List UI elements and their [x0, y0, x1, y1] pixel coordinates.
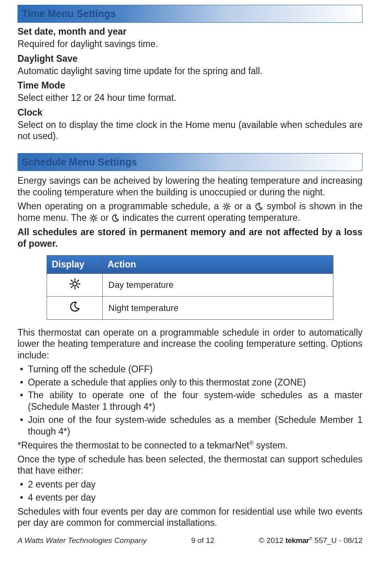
text-fragment: indicates the current operating temperat… — [120, 212, 300, 223]
once-text: Once the type of schedule has been selec… — [18, 454, 362, 477]
text-daylight: Automatic daylight saving time update fo… — [18, 65, 362, 77]
text-fragment: 557_U - 08/12 — [312, 536, 362, 545]
footer-company: A Watts Water Technologies Company — [18, 536, 147, 545]
sun-icon — [69, 278, 81, 290]
text-fragment: When operating on a programmable schedul… — [18, 201, 222, 211]
brand-name: tekmar — [286, 536, 309, 545]
cell-day-temp: Day temperature — [103, 273, 333, 297]
cell-night-temp: Night temperature — [103, 297, 333, 320]
events-list: 2 events per day 4 events per day — [18, 479, 362, 503]
text-fragment: system. — [254, 440, 288, 450]
page-footer: A Watts Water Technologies Company 9 of … — [18, 536, 362, 545]
table-header-action: Action — [103, 255, 333, 273]
footer-copyright: © 2012 tekmar® 557_U - 08/12 — [259, 536, 362, 545]
last-paragraph: Schedules with four events per day are c… — [18, 506, 362, 529]
list-item: The ability to operate one of the four s… — [18, 389, 362, 413]
text-fragment: or — [98, 212, 111, 223]
list-item: 4 events per day — [18, 492, 362, 503]
text-fragment: *Requires the thermostat to be connected… — [18, 440, 249, 450]
text-time-mode: Select either 12 or 24 hour time format. — [18, 92, 362, 104]
cell-sun-icon — [47, 273, 103, 297]
section-title: Schedule Menu Settings — [22, 156, 137, 167]
list-item: 2 events per day — [18, 479, 362, 490]
section-header-schedule: Schedule Menu Settings — [18, 153, 362, 171]
sun-icon — [222, 202, 231, 211]
options-list: Turning off the schedule (OFF) Operate a… — [18, 364, 362, 437]
after-table-p: This thermostat can operate on a program… — [18, 327, 362, 361]
heading-set-date: Set date, month and year — [18, 26, 362, 37]
registered-mark: ® — [249, 439, 254, 446]
table-row: Night temperature — [47, 297, 333, 320]
list-item: Operate a schedule that applies only to … — [18, 377, 362, 388]
text-set-date: Required for daylight savings time. — [18, 38, 362, 50]
cell-moon-icon — [47, 297, 103, 320]
heading-clock: Clock — [18, 107, 362, 118]
heading-daylight: Daylight Save — [18, 53, 362, 65]
moon-icon — [69, 301, 81, 313]
section-header-time: Time Menu Settings — [18, 5, 362, 23]
text-clock: Select on to display the time clock in t… — [18, 119, 362, 142]
schedule-intro-p1: Energy savings can be acheived by loweri… — [18, 175, 362, 198]
table-header-display: Display — [47, 255, 103, 273]
text-fragment: © 2012 — [259, 536, 286, 545]
list-item: Turning off the schedule (OFF) — [18, 364, 362, 375]
heading-time-mode: Time Mode — [18, 80, 362, 91]
sun-icon — [89, 214, 98, 222]
moon-icon — [111, 214, 120, 222]
footer-page-number: 9 of 12 — [191, 536, 214, 545]
schedule-intro-bold: All schedules are stored in permanent me… — [18, 226, 362, 250]
footnote-star: *Requires the thermostat to be connected… — [18, 439, 362, 451]
display-action-table: Display Action Day temperature Night tem… — [47, 255, 333, 320]
text-fragment: or a — [231, 201, 255, 211]
list-item: Join one of the four system-wide schedul… — [18, 414, 362, 437]
schedule-intro-p2: When operating on a programmable schedul… — [18, 201, 362, 224]
table-row: Day temperature — [47, 273, 333, 297]
section-title: Time Menu Settings — [22, 8, 116, 19]
moon-icon — [255, 202, 263, 211]
